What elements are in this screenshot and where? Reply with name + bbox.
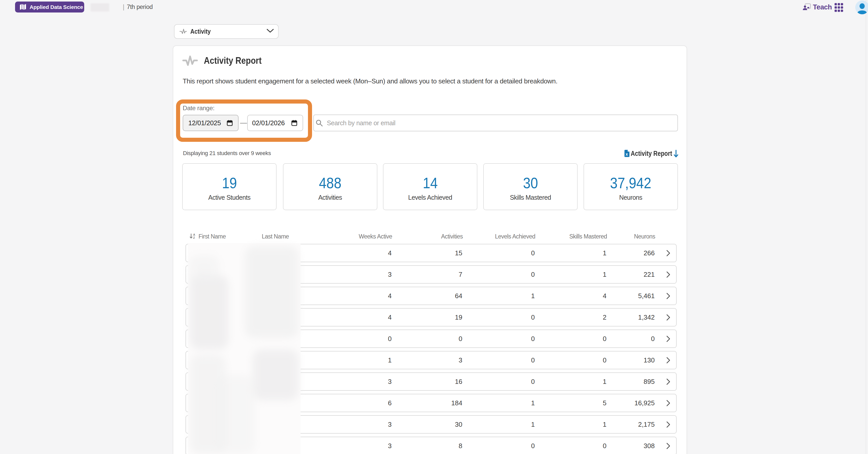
svg-text:Z: Z <box>193 236 195 239</box>
svg-text:A: A <box>193 233 195 236</box>
svg-text:x: x <box>626 152 628 156</box>
